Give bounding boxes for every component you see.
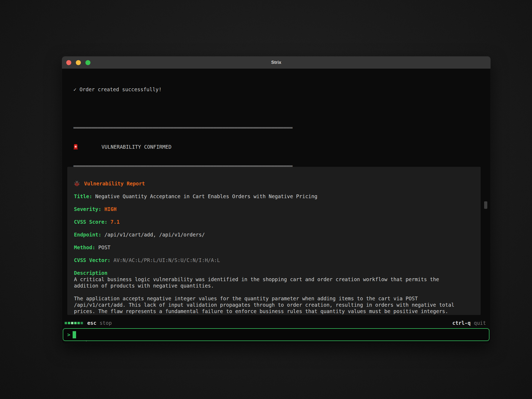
- text-cursor: [73, 331, 76, 338]
- esc-key-hint: esc: [87, 320, 96, 326]
- window-title: Strix: [62, 60, 491, 65]
- report-field-title: Title: Negative Quantity Acceptance in C…: [74, 193, 474, 200]
- command-input[interactable]: >: [63, 328, 489, 341]
- description-text: addition of products with negative quant…: [74, 282, 474, 289]
- title-bar: Strix: [62, 56, 491, 69]
- quit-action-label: quit: [474, 320, 486, 326]
- log-order-success: ✓ Order created successfully!: [73, 86, 491, 93]
- separator-line: ════════════════════════════════════════…: [73, 124, 491, 131]
- report-field-cvss-vector: CVSS Vector: AV:N/AC:L/PR:L/UI:N/S:U/C:N…: [74, 257, 474, 263]
- app-window: Strix ✓ Order created successfully! ════…: [62, 56, 491, 344]
- report-header-row: Vulnerability Report: [74, 180, 474, 187]
- ctrl-q-key-hint: ctrl-q: [452, 320, 471, 326]
- description-text: /api/v1/cart/add. This lack of input val…: [74, 302, 474, 308]
- description-text: prices. The flaw represents a fundamenta…: [74, 308, 474, 314]
- bug-icon: [74, 181, 80, 186]
- scrollbar-thumb[interactable]: [484, 201, 487, 209]
- status-bar: esc stop ctrl-q quit: [65, 320, 486, 326]
- report-title: Vulnerability Report: [84, 180, 145, 187]
- description-text: A critical business logic vulnerability …: [74, 276, 474, 282]
- stop-action-label: stop: [99, 320, 112, 326]
- report-field-endpoint: Endpoint: /api/v1/cart/add, /api/v1/orde…: [74, 231, 474, 238]
- prompt-symbol: >: [67, 332, 70, 338]
- report-field-severity: Severity: HIGH: [74, 206, 474, 212]
- vulnerability-report-panel[interactable]: Vulnerability Report Title: Negative Qua…: [67, 167, 481, 315]
- description-heading: Description: [74, 270, 474, 276]
- description-text: The application accepts negative integer…: [74, 295, 474, 302]
- activity-spinner-icon: [65, 322, 83, 324]
- report-field-method: Method: POST: [74, 244, 474, 251]
- vulnerability-confirmed-label: VULNERABILITY CONFIRMED: [102, 144, 172, 150]
- report-field-cvss-score: CVSS Score: 7.1: [74, 219, 474, 225]
- vulnerability-confirmed-row: VULNERABILITY CONFIRMED: [73, 144, 491, 150]
- siren-icon: [73, 131, 98, 163]
